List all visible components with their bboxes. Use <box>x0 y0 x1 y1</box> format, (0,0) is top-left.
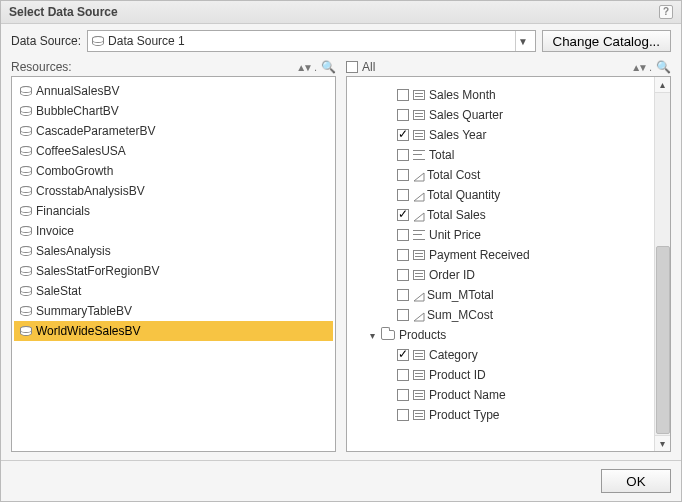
resource-item[interactable]: CrosstabAnalysisBV <box>14 181 333 201</box>
field-checkbox[interactable] <box>397 149 409 161</box>
field-row[interactable]: Order ID <box>353 265 652 285</box>
field-checkbox[interactable] <box>397 109 409 121</box>
resource-item[interactable]: ComboGrowth <box>14 161 333 181</box>
resources-panel: Resources: ▲▼ . 🔍 AnnualSalesBVBubbleCha… <box>11 58 336 452</box>
field-row[interactable]: Sales Month <box>353 85 652 105</box>
resource-item[interactable]: SalesAnalysis <box>14 241 333 261</box>
field-checkbox[interactable] <box>397 389 409 401</box>
field-checkbox[interactable] <box>397 249 409 261</box>
field-label: Payment Received <box>429 248 530 262</box>
field-row[interactable]: Sum_MCost <box>353 305 652 325</box>
field-row[interactable]: Total <box>353 145 652 165</box>
field-row[interactable]: Product Name <box>353 385 652 405</box>
fields-panel: All ▲▼ . 🔍 Sales MonthSales QuarterSales… <box>346 58 671 452</box>
resource-item[interactable]: BubbleChartBV <box>14 101 333 121</box>
field-checkbox[interactable] <box>397 369 409 381</box>
scrollbar[interactable]: ▴ ▾ <box>654 77 670 451</box>
resource-item-label: WorldWideSalesBV <box>36 324 140 338</box>
datasource-icon <box>20 106 32 116</box>
field-label: Sum_MCost <box>427 308 493 322</box>
field-row[interactable]: Total Sales <box>353 205 652 225</box>
resources-listbox: AnnualSalesBVBubbleChartBVCascadeParamet… <box>11 76 336 452</box>
field-row[interactable]: Sales Quarter <box>353 105 652 125</box>
field-label: Total Sales <box>427 208 486 222</box>
expander-icon[interactable]: ▾ <box>367 330 377 341</box>
field-label: Total Quantity <box>427 188 500 202</box>
field-row[interactable]: Category <box>353 345 652 365</box>
field-checkbox[interactable] <box>397 129 409 141</box>
group-row-products[interactable]: ▾Products <box>353 325 652 345</box>
field-row[interactable]: Product ID <box>353 365 652 385</box>
datasource-icon <box>20 326 32 336</box>
resource-item[interactable]: Invoice <box>14 221 333 241</box>
resource-item[interactable]: SummaryTableBV <box>14 301 333 321</box>
field-row[interactable]: Total Cost <box>353 165 652 185</box>
datasource-icon <box>20 266 32 276</box>
folder-icon <box>381 330 395 340</box>
field-row[interactable]: Sum_MTotal <box>353 285 652 305</box>
resource-item[interactable]: Financials <box>14 201 333 221</box>
field-checkbox[interactable] <box>397 89 409 101</box>
search-icon[interactable]: 🔍 <box>321 60 336 74</box>
field-checkbox[interactable] <box>397 289 409 301</box>
resource-item[interactable]: SaleStat <box>14 281 333 301</box>
field-row[interactable]: Sales Year <box>353 125 652 145</box>
sort-icon[interactable]: ▲▼ <box>296 62 310 73</box>
field-row[interactable]: Total Quantity <box>353 185 652 205</box>
field-checkbox[interactable] <box>397 269 409 281</box>
resource-item[interactable]: WorldWideSalesBV <box>14 321 333 341</box>
field-row[interactable]: Product Type <box>353 405 652 425</box>
resource-item-label: AnnualSalesBV <box>36 84 119 98</box>
field-rows-icon <box>413 370 425 380</box>
field-checkbox[interactable] <box>397 189 409 201</box>
field-checkbox[interactable] <box>397 229 409 241</box>
field-label: Category <box>429 348 478 362</box>
field-checkbox[interactable] <box>397 169 409 181</box>
field-checkbox[interactable] <box>397 309 409 321</box>
all-checkbox[interactable] <box>346 61 358 73</box>
data-source-select[interactable]: Data Source 1 ▼ <box>87 30 536 52</box>
resource-item[interactable]: SalesStatForRegionBV <box>14 261 333 281</box>
data-source-row: Data Source: Data Source 1 ▼ Change Cata… <box>11 30 671 52</box>
help-icon[interactable]: ? <box>659 5 673 19</box>
field-checkbox[interactable] <box>397 409 409 421</box>
resources-tools: ▲▼ . 🔍 <box>296 60 336 74</box>
ok-button[interactable]: OK <box>601 469 671 493</box>
datasource-icon <box>20 286 32 296</box>
field-rows-icon <box>413 270 425 280</box>
sort-icon[interactable]: ▲▼ <box>631 62 645 73</box>
resources-label: Resources: <box>11 60 72 74</box>
resource-item[interactable]: AnnualSalesBV <box>14 81 333 101</box>
datasource-icon <box>20 146 32 156</box>
field-label: Product ID <box>429 368 486 382</box>
select-data-source-dialog: Select Data Source ? Data Source: Data S… <box>0 0 682 502</box>
fields-header: All ▲▼ . 🔍 <box>346 58 671 76</box>
field-rows-icon <box>413 390 425 400</box>
fields-tree[interactable]: Sales MonthSales QuarterSales YearTotalT… <box>347 77 670 451</box>
field-label: Product Type <box>429 408 500 422</box>
resource-item-label: SaleStat <box>36 284 81 298</box>
search-icon[interactable]: 🔍 <box>656 60 671 74</box>
field-label: Sales Quarter <box>429 108 503 122</box>
change-catalog-button[interactable]: Change Catalog... <box>542 30 671 52</box>
field-checkbox[interactable] <box>397 209 409 221</box>
field-rows-icon <box>413 410 425 420</box>
scrollbar-thumb[interactable] <box>656 246 670 434</box>
resource-item-label: Invoice <box>36 224 74 238</box>
resource-item-label: SalesAnalysis <box>36 244 111 258</box>
field-row[interactable]: Payment Received <box>353 245 652 265</box>
field-label: Sales Year <box>429 128 486 142</box>
field-rows-icon <box>413 250 425 260</box>
group-label: Products <box>399 328 446 342</box>
resource-item-label: SummaryTableBV <box>36 304 132 318</box>
resource-item[interactable]: CascadeParameterBV <box>14 121 333 141</box>
field-measure-icon <box>413 311 423 320</box>
field-checkbox[interactable] <box>397 349 409 361</box>
resource-item[interactable]: CoffeeSalesUSA <box>14 141 333 161</box>
resources-list[interactable]: AnnualSalesBVBubbleChartBVCascadeParamet… <box>12 77 335 451</box>
scroll-down-icon[interactable]: ▾ <box>655 435 671 451</box>
field-measure-icon <box>413 291 423 300</box>
scroll-up-icon[interactable]: ▴ <box>655 77 671 93</box>
resource-item-label: CoffeeSalesUSA <box>36 144 126 158</box>
field-row[interactable]: Unit Price <box>353 225 652 245</box>
